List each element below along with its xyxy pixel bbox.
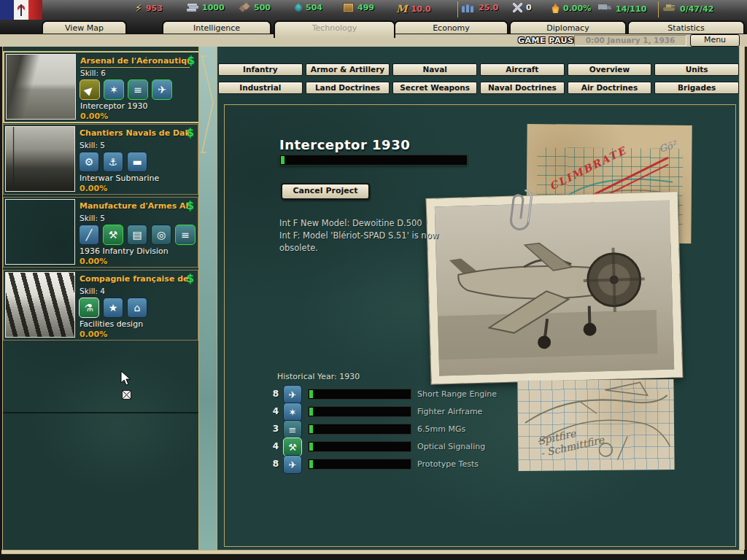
funding-icon[interactable]: $ (187, 54, 195, 67)
forces-resource: 0/47/42 (662, 3, 713, 15)
skill-label: Skill: 5 (80, 214, 105, 222)
menu-button[interactable]: Menu (690, 34, 740, 47)
research-slot-2[interactable]: Chantiers Navals de Dakar $ Skill: 5 ⚙ ⚓… (3, 124, 198, 195)
window-border-bottom (0, 550, 747, 560)
tab-technology[interactable]: Technology (274, 20, 395, 38)
panel-divider (198, 46, 217, 550)
research-team-photo (5, 272, 75, 338)
forces-value: 0/47/42 (680, 4, 713, 14)
rifle-icon: ╱ (79, 225, 99, 245)
airplane-icon: ✈ (152, 79, 172, 100)
component-label: Fighter Airframe (417, 407, 482, 416)
tab-aircraft[interactable]: Aircraft (480, 63, 565, 76)
project-progress-bar (279, 155, 468, 166)
game-window: ⚡ 953 1000 500 504 499 M 10.0 25.0 (0, 0, 747, 560)
oil-icon (293, 2, 303, 12)
tab-naval-doctrines[interactable]: Naval Doctrines (480, 82, 565, 94)
prototype-tests-icon: ✈ (283, 455, 302, 474)
component-progress-bar (308, 459, 411, 470)
project-name: Interwar Submarine (80, 174, 159, 183)
paperclip-icon (511, 186, 535, 240)
wrench-icon: ⚒ (103, 225, 123, 245)
tab-overview[interactable]: Overview (568, 63, 652, 76)
project-name: Interceptor 1930 (80, 101, 147, 111)
rocket-icon: ▲ (80, 79, 100, 100)
window-border-right (739, 46, 747, 551)
oil-value: 504 (306, 3, 322, 12)
tab-air-doctrines[interactable]: Air Doctrines (568, 82, 652, 94)
component-progress-bar (308, 441, 411, 452)
iron-cross-icon (121, 389, 132, 403)
dissent-value: 0.00% (563, 4, 591, 13)
tab-naval[interactable]: Naval (392, 63, 477, 76)
convoys-resource: 14/110 (598, 3, 646, 15)
flag-red-stripe (28, 0, 42, 20)
tab-land-doctrines[interactable]: Land Doctrines (306, 82, 390, 94)
project-name: Facilities design (80, 319, 143, 329)
energy-value: 953 (146, 4, 163, 13)
tech-bars-icon: ≡ (128, 79, 148, 100)
project-title: Interceptor 1930 (279, 137, 410, 152)
tech-bars-icon: ≡ (283, 420, 302, 439)
project-progress-percent: 0.00% (80, 257, 107, 266)
research-team-photo (6, 54, 76, 120)
date-display: 0:00 January 1, 1936 (574, 35, 686, 46)
research-team-photo (5, 199, 75, 265)
dissent-icon (551, 3, 560, 13)
component-difficulty: 8 (268, 389, 279, 399)
energy-icon: ⚡ (135, 3, 142, 13)
supplies-value: 499 (357, 3, 374, 12)
tab-brigades[interactable]: Brigades (654, 82, 739, 94)
supplies-resource: 499 (343, 3, 374, 12)
supplies-icon (343, 3, 354, 12)
project-name: 1936 Infantry Division (80, 246, 169, 256)
skill-label: Skill: 5 (80, 141, 105, 149)
money-value: 10.0 (411, 4, 431, 14)
component-label: Optical Signaling (417, 442, 485, 451)
component-progress-bar (308, 406, 411, 417)
tab-infantry[interactable]: Infantry (218, 63, 303, 76)
funding-icon[interactable]: $ (187, 199, 194, 212)
oil-resource: 504 (295, 3, 322, 12)
tech-bars-icon: ≡ (175, 225, 196, 245)
research-slot-3[interactable]: Manufacture d'Armes Algiers $ Skill: 5 ╱… (3, 197, 198, 268)
country-flag[interactable] (0, 0, 42, 20)
topbar-divider (658, 1, 659, 18)
research-slot-1[interactable]: Arsenal de l'Aéronautique $ Skill: 6 ▲ ✶… (3, 51, 200, 123)
tab-armor-artillery[interactable]: Armor & Artillery (306, 63, 390, 76)
historical-year-label: Historical Year: 1930 (277, 372, 360, 381)
airplane-icon: ✈ (283, 385, 302, 404)
research-slot-4[interactable]: Compagnie française des pétroles $ Skill… (3, 270, 198, 341)
research-team-photo (5, 126, 75, 192)
research-team-name: Manufacture d'Armes Algiers (80, 201, 189, 211)
money-icon: M (396, 3, 408, 15)
topbar-divider (457, 1, 458, 18)
wrench-icon: ⚒ (283, 438, 302, 456)
cancel-project-button[interactable]: Cancel Project (281, 183, 370, 200)
sidebar-separator-line (3, 412, 198, 413)
graph-paper-sketch: Spitfire - Schmittfire (517, 379, 674, 471)
skill-label: Skill: 4 (80, 287, 105, 295)
army-tank-icon (662, 3, 676, 15)
submarine-icon: ▬ (127, 152, 147, 172)
research-team-name: Arsenal de l'Aéronautique (80, 56, 190, 68)
flag-francisque-icon (14, 0, 28, 20)
propeller-icon: ✶ (283, 402, 302, 421)
gears-icon: ⚙ (79, 152, 99, 172)
rare-materials-value: 500 (254, 3, 271, 12)
funding-icon[interactable]: $ (187, 126, 194, 139)
component-label: 6.5mm MGs (417, 424, 465, 434)
dissent-resource: 0.00% (551, 3, 591, 13)
funding-icon[interactable]: $ (187, 272, 194, 285)
collapse-chevron-icon[interactable] (199, 46, 217, 206)
flask-icon: ⚗ (79, 298, 99, 318)
component-progress-bar (308, 424, 411, 435)
component-difficulty: 4 (268, 406, 279, 416)
project-progress-percent: 0.00% (80, 184, 107, 193)
propeller-icon: ✶ (104, 79, 124, 100)
tab-units[interactable]: Units (654, 63, 739, 76)
tab-industrial[interactable]: Industrial (218, 82, 303, 94)
project-progress-percent: 0.00% (80, 112, 108, 121)
manpower-resource: 25.0 (462, 3, 498, 12)
tab-secret-weapons[interactable]: Secret Weapons (392, 82, 477, 94)
